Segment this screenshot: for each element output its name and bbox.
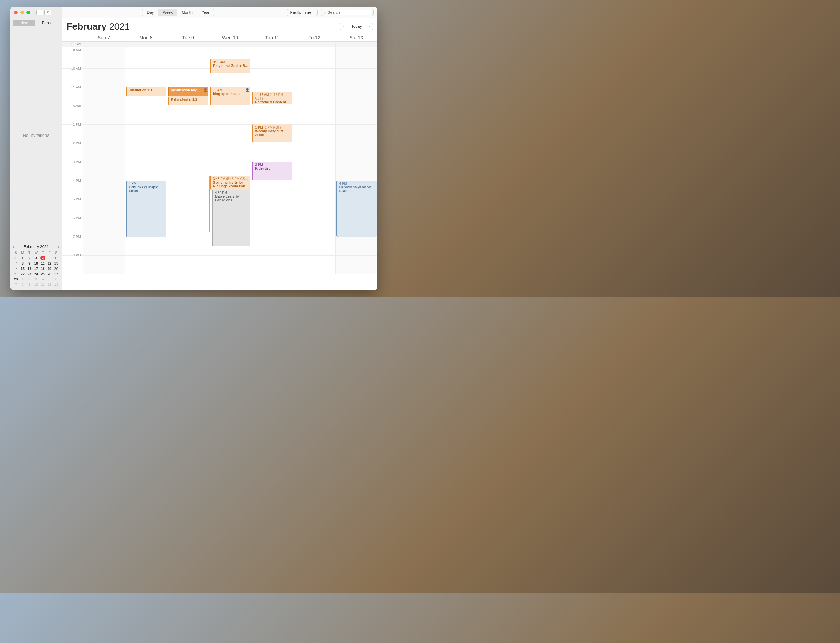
mini-day[interactable]: 17 bbox=[33, 266, 39, 271]
day-col-mon[interactable]: Justin/Deb 1:1 4 PM Canucks @ Maple Leaf… bbox=[125, 47, 167, 274]
add-event-button[interactable]: + bbox=[66, 9, 70, 16]
view-day[interactable]: Day bbox=[143, 9, 158, 16]
allday-label: all-day bbox=[62, 42, 83, 47]
mini-day[interactable]: 28 bbox=[13, 277, 19, 282]
event-dentist[interactable]: 3 PM K dentist bbox=[252, 162, 293, 180]
event-syndication[interactable]: syndication targ… 👤 bbox=[168, 87, 208, 96]
event-standing-invite[interactable]: 3:45 PM (5:45 PM CS… Standing invite for… bbox=[210, 176, 251, 189]
today-button[interactable]: Today bbox=[348, 23, 365, 30]
inbox-icon[interactable]: ✉ bbox=[44, 10, 51, 15]
mini-day[interactable]: 2 bbox=[26, 277, 33, 282]
mini-day[interactable]: 1 bbox=[20, 256, 26, 261]
event-praytell[interactable]: 9:30 AM Praytell <> Zapier B… bbox=[210, 59, 251, 73]
day-col-wed[interactable]: 9:30 AM Praytell <> Zapier B… 11 AM blog… bbox=[209, 47, 251, 274]
event-kalyn-justin[interactable]: Kalyn/Justin 1:1 bbox=[168, 96, 208, 105]
mini-day[interactable]: 5 bbox=[46, 277, 53, 282]
day-header-cell: Wed 10 bbox=[209, 34, 251, 41]
no-invitations-label: No Invitations bbox=[10, 28, 62, 242]
mini-day[interactable]: 8 bbox=[20, 282, 26, 287]
mini-prev-button[interactable]: ‹ bbox=[13, 244, 14, 249]
mini-day[interactable]: 9 bbox=[26, 261, 33, 266]
mini-day[interactable]: 21 bbox=[13, 271, 19, 276]
mini-day[interactable]: 9 bbox=[26, 282, 33, 287]
maximize-icon[interactable] bbox=[26, 11, 30, 14]
mini-day[interactable]: 3 bbox=[33, 277, 39, 282]
mini-day[interactable]: 7 bbox=[13, 282, 19, 287]
mini-day[interactable]: 13 bbox=[53, 261, 59, 266]
mini-calendar[interactable]: ‹ February 2021 › SMTWTFS311234567891011… bbox=[10, 242, 62, 290]
mini-day[interactable]: 6 bbox=[53, 277, 59, 282]
mini-day[interactable]: 11 bbox=[39, 282, 46, 287]
search-input[interactable] bbox=[327, 10, 371, 15]
prev-week-button[interactable]: ‹ bbox=[340, 23, 348, 30]
mini-title: February 2021 bbox=[23, 245, 49, 249]
mini-day[interactable]: 20 bbox=[53, 266, 59, 271]
mini-day[interactable]: 13 bbox=[53, 282, 59, 287]
view-month[interactable]: Month bbox=[177, 9, 197, 16]
event-editorial[interactable]: 11:15 AM (1:15 PM CST) Editorial & Conte… bbox=[252, 92, 293, 104]
day-col-tue[interactable]: syndication targ… 👤 Kalyn/Justin 1:1 bbox=[167, 47, 209, 274]
search-icon: ⌕ bbox=[324, 10, 326, 15]
mini-day[interactable]: 16 bbox=[26, 266, 33, 271]
mini-day[interactable]: 1 bbox=[20, 277, 26, 282]
mini-day[interactable]: 10 bbox=[33, 282, 39, 287]
mini-day[interactable]: 19 bbox=[46, 266, 53, 271]
mini-day[interactable]: 7 bbox=[13, 261, 19, 266]
minimize-icon[interactable] bbox=[20, 11, 24, 14]
timezone-select[interactable]: Pacific Time bbox=[287, 9, 317, 16]
mini-day[interactable]: 27 bbox=[53, 271, 59, 276]
day-col-sat[interactable]: 4 PM Canadiens @ Maple Leafs bbox=[335, 47, 378, 274]
calendar-list-icon[interactable]: ☷ bbox=[36, 10, 43, 15]
mini-day[interactable]: 5 bbox=[46, 256, 53, 261]
view-segmented-control[interactable]: Day Week Month Year bbox=[142, 9, 214, 16]
day-col-sun[interactable] bbox=[83, 47, 125, 274]
mini-day[interactable]: 8 bbox=[20, 261, 26, 266]
day-col-fri[interactable] bbox=[293, 47, 335, 274]
allday-cells bbox=[83, 42, 378, 47]
tab-new[interactable]: New bbox=[13, 20, 35, 26]
mini-day[interactable]: 18 bbox=[39, 266, 46, 271]
mini-day[interactable]: 4 bbox=[41, 256, 46, 261]
mini-day[interactable]: 22 bbox=[20, 271, 26, 276]
mini-day[interactable]: 15 bbox=[20, 266, 26, 271]
view-year[interactable]: Year bbox=[197, 9, 214, 16]
invitation-tabs[interactable]: New Replied bbox=[10, 18, 62, 28]
titlebar: ☷ ✉ + Day Week Month Year Pacific Time ⌕ bbox=[10, 7, 378, 18]
mini-day[interactable]: 11 bbox=[39, 261, 46, 266]
grid-wrap[interactable]: 9 AM10 AM11 AMNoon1 PM2 PM3 PM4 PM5 PM6 … bbox=[62, 47, 378, 290]
event-weekly-hangouts[interactable]: 1 PM (1 PM PST) Weekly Hangouts Zoom bbox=[252, 124, 293, 142]
header-row: February 2021 ‹ Today › bbox=[62, 18, 378, 34]
mini-day[interactable]: 31 bbox=[13, 256, 19, 261]
search-box[interactable]: ⌕ bbox=[321, 9, 374, 16]
next-week-button[interactable]: › bbox=[365, 23, 373, 30]
mini-day[interactable]: 25 bbox=[39, 271, 46, 276]
event-leafs-canadiens[interactable]: 4:30 PM Maple Leafs @ Canadiens bbox=[212, 190, 251, 246]
event-canucks-leafs[interactable]: 4 PM Canucks @ Maple Leafs bbox=[126, 181, 166, 237]
mini-grid[interactable]: SMTWTFS311234567891011121314151617181920… bbox=[13, 250, 59, 287]
day-col-thu[interactable]: 11:15 AM (1:15 PM CST) Editorial & Conte… bbox=[251, 47, 293, 274]
mini-day[interactable]: 14 bbox=[13, 266, 19, 271]
day-header-cell: Sat 13 bbox=[335, 34, 378, 41]
mini-day[interactable]: 6 bbox=[53, 256, 59, 261]
event-standing-continuation-bar bbox=[209, 176, 210, 232]
mini-day[interactable]: 12 bbox=[46, 282, 53, 287]
close-icon[interactable] bbox=[14, 11, 18, 14]
mini-day[interactable]: 2 bbox=[26, 256, 33, 261]
today-nav[interactable]: ‹ Today › bbox=[340, 23, 373, 30]
mini-day[interactable]: 12 bbox=[46, 261, 53, 266]
mini-day[interactable]: 26 bbox=[46, 271, 53, 276]
mini-day[interactable]: 23 bbox=[26, 271, 33, 276]
mini-day[interactable]: 3 bbox=[33, 256, 39, 261]
mini-day[interactable]: 4 bbox=[39, 277, 46, 282]
event-justin-deb[interactable]: Justin/Deb 1:1 bbox=[126, 87, 166, 96]
day-header-cell: Tue 9 bbox=[167, 34, 209, 41]
mini-day[interactable]: 10 bbox=[33, 261, 39, 266]
event-canadiens-leafs[interactable]: 4 PM Canadiens @ Maple Leafs bbox=[336, 181, 377, 237]
mini-next-button[interactable]: › bbox=[58, 244, 59, 249]
view-week[interactable]: Week bbox=[158, 9, 177, 16]
body: New Replied No Invitations ‹ February 20… bbox=[10, 18, 378, 290]
tab-replied[interactable]: Replied bbox=[37, 20, 59, 26]
sidebar: New Replied No Invitations ‹ February 20… bbox=[10, 18, 62, 290]
event-blog-open-house[interactable]: 11 AM blog open house 👤 bbox=[210, 87, 251, 105]
mini-day[interactable]: 24 bbox=[33, 271, 39, 276]
